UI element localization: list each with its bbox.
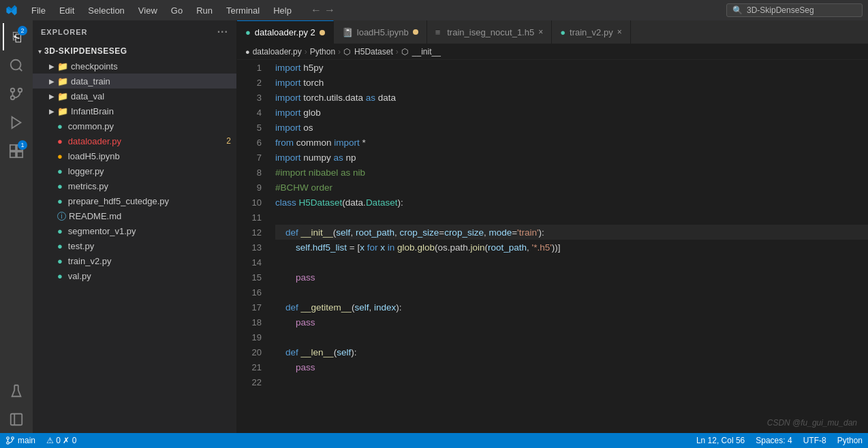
test-py-label: test.py	[68, 241, 236, 251]
code-line: pass	[275, 270, 868, 285]
code-line: pass	[275, 315, 868, 330]
editor-main[interactable]: 12345678910111213141516171819202122 impo…	[237, 60, 868, 433]
extensions-activity-icon[interactable]: 1	[3, 138, 30, 165]
menu-edit[interactable]: Edit	[54, 4, 80, 17]
checkpoints-label: checkpoints	[71, 61, 236, 71]
root-expand-arrow: ▾	[38, 48, 42, 55]
line-number: 10	[237, 195, 262, 210]
tab-train-v2-close[interactable]: ×	[617, 27, 622, 37]
sidebar-item-segmentor[interactable]: ● segmentor_v1.py	[33, 223, 236, 238]
sidebar-item-metrics-py[interactable]: ● metrics.py	[33, 178, 236, 193]
menu-go[interactable]: Go	[166, 4, 188, 17]
status-encoding: UTF-8	[803, 436, 826, 445]
search-icon: 🔍	[732, 5, 743, 15]
status-language[interactable]: Python	[837, 436, 863, 445]
sidebar-item-val-py[interactable]: ● val.py	[33, 268, 236, 283]
breadcrumb-file[interactable]: ● dataloader.py	[245, 47, 302, 57]
sidebar-item-data-train[interactable]: ▶ 📁 data_train	[33, 74, 236, 89]
segmentor-icon: ●	[57, 226, 63, 236]
sidebar-item-train-v2[interactable]: ● train_v2.py	[33, 253, 236, 268]
root-folder-item[interactable]: ▾ 3D-SKIPDENSESEG	[33, 44, 236, 59]
infantbrain-label: InfantBrain	[71, 106, 236, 116]
line-number: 7	[237, 150, 262, 165]
dataloader-badge: 2	[226, 136, 231, 146]
line-number: 11	[237, 210, 262, 225]
editor-area: ● dataloader.py 2 📓 loadH5.ipynb ≡ train…	[237, 20, 868, 433]
sidebar-item-loadh5[interactable]: ● loadH5.ipynb	[33, 148, 236, 163]
status-branch[interactable]: main	[5, 436, 35, 445]
line-number: 4	[237, 105, 262, 120]
val-py-icon: ●	[57, 271, 63, 281]
tab-loadh5[interactable]: 📓 loadH5.ipynb	[334, 20, 427, 44]
data-train-folder-icon: 📁	[57, 76, 68, 86]
sidebar-more-button[interactable]: ···	[217, 26, 228, 38]
tab-train-iseg-label: train_iseg_nocut_1.h5	[447, 27, 534, 37]
breadcrumb-class[interactable]: ⬡ H5Dataset	[343, 47, 393, 57]
breadcrumb-sep-1: ›	[305, 47, 307, 57]
data-val-folder-icon: 📁	[57, 91, 68, 101]
tab-dataloader-py[interactable]: ● dataloader.py 2	[237, 20, 334, 44]
metrics-py-label: metrics.py	[68, 181, 236, 191]
sidebar-item-data-val[interactable]: ▶ 📁 data_val	[33, 89, 236, 103]
line-number: 17	[237, 300, 262, 315]
sidebar-item-test-py[interactable]: ● test.py	[33, 238, 236, 253]
infantbrain-expand-arrow: ▶	[49, 108, 55, 115]
tab-train-v2-icon: ●	[560, 27, 565, 37]
extensions-badge: 1	[18, 140, 27, 150]
breadcrumb-sep-2: ›	[338, 47, 341, 57]
tab-loadh5-label: loadH5.ipynb	[357, 27, 409, 37]
run-activity-icon[interactable]	[3, 109, 30, 136]
tab-train-iseg-close[interactable]: ×	[538, 27, 543, 37]
tab-train-iseg[interactable]: ≡ train_iseg_nocut_1.h5 ×	[427, 20, 553, 44]
svg-rect-8	[10, 152, 16, 157]
status-errors[interactable]: ⚠ 0 ✗ 0	[46, 436, 76, 445]
menu-file[interactable]: File	[26, 4, 51, 17]
file-tree: ▾ 3D-SKIPDENSESEG ▶ 📁 checkpoints ▶ 📁 da…	[33, 44, 236, 433]
flask-activity-icon[interactable]	[3, 377, 30, 404]
code-area[interactable]: import h5pyimport torchimport torch.util…	[270, 60, 868, 433]
breadcrumb-method[interactable]: ⬡ __init__	[401, 47, 441, 57]
svg-point-13	[7, 437, 10, 440]
breadcrumb-sep-3: ›	[396, 47, 399, 57]
menu-run[interactable]: Run	[191, 4, 218, 17]
logger-py-label: logger.py	[68, 166, 236, 176]
branch-icon	[5, 436, 15, 445]
sidebar-item-checkpoints[interactable]: ▶ 📁 checkpoints	[33, 59, 236, 74]
breadcrumb-lang[interactable]: Python	[310, 47, 335, 57]
train-v2-label: train_v2.py	[68, 256, 236, 266]
metrics-py-icon: ●	[57, 181, 63, 191]
source-control-activity-icon[interactable]	[3, 80, 30, 108]
sidebar-item-infantbrain[interactable]: ▶ 📁 InfantBrain	[33, 103, 236, 118]
nav-arrows: ← →	[311, 4, 335, 16]
nav-back-button[interactable]: ←	[311, 4, 322, 16]
code-line: def __len__(self):	[275, 345, 868, 359]
explorer-activity-icon[interactable]: ⎗ 2	[3, 23, 30, 50]
segmentor-label: segmentor_v1.py	[68, 226, 236, 236]
dataloader-py-label: dataloader.py	[68, 136, 226, 146]
explorer-badge: 2	[18, 26, 27, 35]
menu-help[interactable]: Help	[268, 4, 297, 17]
menu-selection[interactable]: Selection	[82, 4, 129, 17]
sidebar-item-common-py[interactable]: ● common.py	[33, 118, 236, 133]
line-number: 18	[237, 315, 262, 330]
common-py-label: common.py	[68, 121, 236, 131]
tab-train-v2[interactable]: ● train_v2.py ×	[552, 20, 630, 44]
sidebar-item-dataloader-py[interactable]: ● dataloader.py 2	[33, 133, 236, 148]
svg-point-3	[11, 89, 15, 93]
sidebar-item-logger-py[interactable]: ● logger.py	[33, 163, 236, 178]
nav-forward-button[interactable]: →	[324, 4, 335, 16]
menu-view[interactable]: View	[133, 4, 163, 17]
global-search-bar[interactable]: 🔍 3D-SkipDenseSeg	[726, 3, 863, 17]
code-line	[275, 255, 868, 270]
remote-activity-icon[interactable]	[3, 406, 30, 433]
breadcrumb-lang-label: Python	[310, 47, 335, 57]
svg-rect-9	[17, 152, 22, 157]
menu-terminal[interactable]: Terminal	[221, 4, 265, 17]
sidebar-item-readme[interactable]: i README.md	[33, 208, 236, 223]
svg-rect-10	[11, 414, 22, 426]
search-activity-icon[interactable]	[3, 52, 30, 79]
breadcrumb-method-label: __init__	[412, 47, 441, 57]
sidebar-item-prepare-hdf5[interactable]: ● prepare_hdf5_cutedge.py	[33, 193, 236, 208]
code-line: pass	[275, 359, 868, 374]
readme-label: README.md	[69, 211, 236, 221]
